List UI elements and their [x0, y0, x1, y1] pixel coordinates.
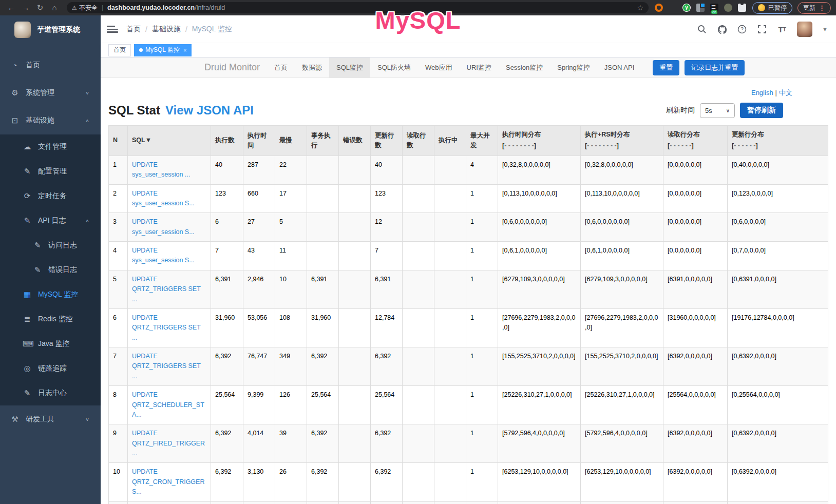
druid-nav-uri监控[interactable]: URI监控 — [460, 57, 499, 77]
sidebar-item-首页[interactable]: ◔首页 — [0, 51, 101, 79]
column-header-11[interactable]: 执行时间分布[- - - - - - - -] — [498, 126, 581, 156]
sidebar-item-访问日志[interactable]: ✎访问日志 — [0, 233, 101, 258]
column-header-1[interactable]: SQL▼ — [128, 126, 211, 156]
sql-link[interactable]: UPDATE QRTZ_TRIGGERS SET ... — [132, 353, 201, 380]
lang-english-link[interactable]: English — [751, 89, 773, 96]
column-header-9[interactable]: 执行中 — [434, 126, 466, 156]
hamburger-icon[interactable] — [107, 24, 118, 34]
tag-首页[interactable]: 首页 — [108, 44, 131, 56]
sidebar-item-链路追踪[interactable]: ◎链路追踪 — [0, 356, 101, 381]
column-header-14[interactable]: 更新行分布[- - - - - -] — [728, 126, 828, 156]
github-icon[interactable] — [717, 24, 727, 34]
value-cell — [339, 424, 371, 463]
column-header-0[interactable]: N — [109, 126, 128, 156]
extensions-puzzle-icon[interactable] — [738, 4, 746, 12]
breadcrumb-item[interactable]: 首页 — [126, 25, 141, 34]
forward-icon[interactable]: → — [20, 2, 32, 14]
breadcrumb-item[interactable]: 基础设施 — [152, 25, 181, 34]
font-size-icon[interactable]: TT — [777, 24, 787, 34]
sql-link[interactable]: UPDATE sys_user_session ... — [132, 161, 190, 178]
sidebar-item-系统管理[interactable]: ⚙系统管理∨ — [0, 79, 101, 107]
chrome-update-button[interactable]: 更新 ⋮ — [797, 2, 831, 14]
extension-green-icon[interactable] — [682, 4, 691, 12]
sql-link[interactable]: UPDATE sys_user_session S... — [132, 247, 195, 264]
close-icon[interactable]: × — [183, 47, 186, 53]
view-json-api-link[interactable]: View JSON API — [165, 103, 254, 118]
reload-icon[interactable]: ↻ — [34, 2, 46, 14]
extension-list-on-icon[interactable] — [710, 4, 718, 12]
column-header-10[interactable]: 最大并发 — [466, 126, 498, 156]
sidebar-item-api-日志[interactable]: ✎API 日志∧ — [0, 208, 101, 233]
log-and-reset-button[interactable]: 记录日志并重置 — [685, 60, 745, 75]
home-icon[interactable]: ⌂ — [48, 2, 61, 14]
sidebar-item-研发工具[interactable]: ⚒研发工具∨ — [0, 405, 101, 433]
druid-nav-sql监控[interactable]: SQL监控 — [329, 57, 370, 77]
value-cell — [307, 242, 339, 270]
sql-link[interactable]: UPDATE sys_user_session S... — [132, 218, 195, 235]
druid-nav-首页[interactable]: 首页 — [267, 57, 295, 77]
druid-nav-sql防火墙[interactable]: SQL防火墙 — [370, 57, 418, 77]
sidebar-item-错误日志[interactable]: ✎错误日志 — [0, 258, 101, 282]
value-cell — [434, 501, 466, 504]
column-header-label: 更新行数 — [375, 131, 398, 151]
sql-link[interactable]: UPDATE QRTZ_FIRED_TRIGGER... — [132, 430, 205, 457]
sidebar-item-mysql-监控[interactable]: ▦MySQL 监控 — [0, 282, 101, 307]
extension-person-icon[interactable] — [724, 4, 732, 12]
druid-nav-json-api[interactable]: JSON API — [597, 57, 642, 77]
sql-link[interactable]: UPDATE QRTZ_SCHEDULER_STA... — [132, 391, 204, 418]
value-cell — [434, 242, 466, 270]
column-header-7[interactable]: 更新行数 — [371, 126, 403, 156]
column-header-13[interactable]: 读取行分布[- - - - - -] — [663, 126, 728, 156]
sidebar-item-基础设施[interactable]: ⊡基础设施∧ — [0, 107, 101, 134]
header-actions: ? TT ▼ — [697, 22, 828, 37]
avatar-caret-icon[interactable]: ▼ — [822, 26, 828, 32]
tag-mysql-监控[interactable]: MySQL 监控× — [134, 44, 192, 56]
not-secure-label[interactable]: 不安全 — [79, 4, 98, 12]
extension-orange-icon[interactable] — [655, 4, 663, 12]
sidebar-logo[interactable]: 芋道管理系统 — [0, 15, 101, 44]
sidebar-item-redis-监控[interactable]: ≣Redis 监控 — [0, 307, 101, 332]
druid-nav-数据源[interactable]: 数据源 — [295, 57, 329, 77]
back-icon[interactable]: ← — [5, 2, 17, 14]
reset-button[interactable]: 重置 — [653, 60, 679, 75]
sql-link[interactable]: UPDATE QRTZ_TRIGGERS SET ... — [132, 276, 201, 303]
sidebar-item-定时任务[interactable]: ⟳定时任务 — [0, 184, 101, 208]
mysql-monitor-icon: ▦ — [23, 290, 32, 299]
druid-nav-session监控[interactable]: Session监控 — [499, 57, 550, 77]
refresh-interval-select[interactable]: 5s ∨ — [700, 103, 735, 118]
bookmark-star-icon[interactable]: ☆ — [637, 4, 643, 12]
column-header-12[interactable]: 执行+RS时分布[- - - - - - - -] — [581, 126, 663, 156]
column-header-6[interactable]: 错误数 — [339, 126, 371, 156]
help-icon[interactable]: ? — [737, 24, 747, 34]
url-bar[interactable]: ⚠ 不安全 | dashboard.yudao.iocoder.cn/infra… — [67, 2, 649, 13]
sql-link[interactable]: UPDATE QRTZ_TRIGGERS SET ... — [132, 314, 201, 341]
user-avatar[interactable] — [797, 22, 812, 37]
pause-refresh-button[interactable]: 暂停刷新 — [740, 103, 783, 118]
value-cell: 9 — [109, 424, 128, 463]
value-cell: [5792,596,4,0,0,0,0,0] — [581, 424, 663, 463]
browser-menu-dots-icon[interactable]: ⋮ — [819, 4, 825, 12]
druid-brand[interactable]: Druid Monitor — [197, 62, 267, 73]
sidebar-item-日志中心[interactable]: ✎日志中心 — [0, 381, 101, 405]
extension-squares-icon[interactable] — [696, 4, 705, 12]
lang-chinese-link[interactable]: 中文 — [779, 89, 792, 96]
table-header-row: NSQL▼执行数执行时间最慢事务执行错误数更新行数读取行数执行中最大并发执行时间… — [109, 126, 828, 156]
sidebar-item-配置管理[interactable]: ✎配置管理 — [0, 159, 101, 184]
column-header-2[interactable]: 执行数 — [211, 126, 243, 156]
column-header-3[interactable]: 执行时间 — [243, 126, 275, 156]
column-header-4[interactable]: 最慢 — [275, 126, 307, 156]
fullscreen-icon[interactable] — [757, 24, 767, 34]
extension-gem-icon[interactable] — [669, 4, 677, 12]
search-icon[interactable] — [697, 24, 707, 34]
profile-paused-badge[interactable]: 已暂停 — [752, 2, 792, 14]
sidebar-item-文件管理[interactable]: ☁文件管理 — [0, 134, 101, 159]
column-header-8[interactable]: 读取行数 — [403, 126, 434, 156]
sidebar-item-java-监控[interactable]: ⌨Java 监控 — [0, 332, 101, 356]
value-cell: 1 — [466, 386, 498, 424]
sql-link[interactable]: UPDATE QRTZ_CRON_TRIGGERS... — [132, 468, 204, 495]
table-row: 5UPDATE QRTZ_TRIGGERS SET ...6,3912,9461… — [109, 270, 828, 308]
druid-nav-web应用[interactable]: Web应用 — [418, 57, 460, 77]
druid-nav-spring监控[interactable]: Spring监控 — [550, 57, 597, 77]
sql-link[interactable]: UPDATE sys_user_session S... — [132, 190, 195, 207]
column-header-5[interactable]: 事务执行 — [307, 126, 339, 156]
